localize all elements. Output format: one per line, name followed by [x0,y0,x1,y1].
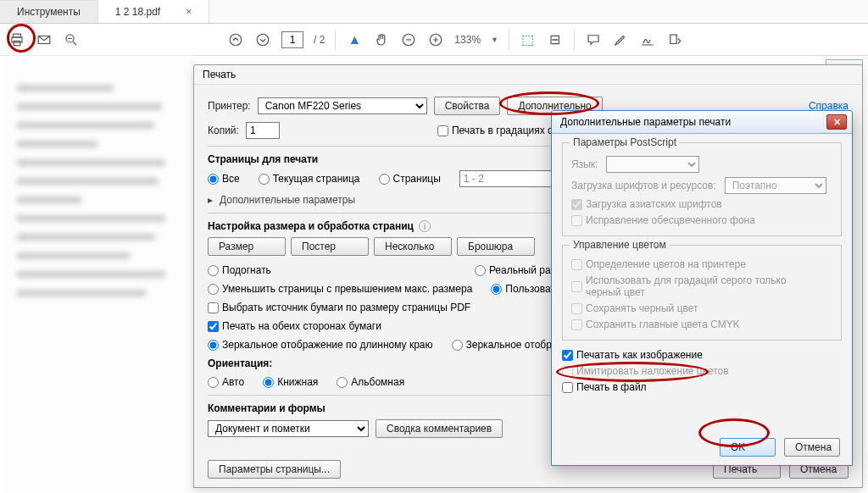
copies-label: Копий: [208,125,239,136]
highlight-icon[interactable] [612,31,629,48]
svg-rect-9 [670,35,677,44]
page-setup-button[interactable]: Параметры страницы... [208,460,341,479]
preserve-cmyk-checkbox: Сохранить главные цвета CMYK [571,319,740,330]
landscape-radio[interactable]: Альбомная [337,376,404,388]
auto-orient-radio[interactable]: Авто [208,376,244,388]
svg-point-6 [257,34,269,46]
zoom-plus-icon[interactable] [427,31,444,48]
discolored-bg-checkbox: Исправление обесцвеченного фона [571,214,755,226]
page-total: / 2 [314,34,325,46]
multiple-tab-button[interactable]: Несколько [374,237,452,256]
zoom-minus-icon[interactable] [400,31,417,48]
print-to-file-checkbox[interactable]: Печать в файл [562,381,647,393]
properties-button[interactable]: Свойства [434,97,501,115]
comment-icon[interactable] [585,31,602,48]
fit-page-icon[interactable]: ⊟ [547,31,564,48]
ps-fonts-select: Поэтапно [725,177,826,194]
fit-radio[interactable]: Подогнать [208,264,271,276]
paper-source-checkbox[interactable]: Выбрать источник бумаги по размеру стран… [208,302,470,313]
page-range-radio[interactable]: Страницы [379,173,441,185]
shrink-radio[interactable]: Уменьшить страницы с превышением макс. р… [208,283,472,295]
color-group-header: Управление цветом [570,239,670,251]
portrait-radio[interactable]: Книжная [263,376,318,388]
flip-long-radio[interactable]: Зеркальное отображение по длинному краю [208,339,433,351]
close-icon[interactable]: × [186,6,192,18]
chevron-down-icon[interactable]: ▼ [491,36,498,44]
svg-rect-2 [14,41,20,45]
mail-icon[interactable] [36,31,53,48]
ps-lang-label: Язык: [571,158,598,170]
tab-tools[interactable]: Инструменты [0,0,98,23]
page-up-icon[interactable] [227,31,244,48]
printer-colors-checkbox: Определение цветов на принтере [571,258,746,270]
comments-select[interactable]: Документ и пометки [208,420,369,437]
print-as-image-checkbox[interactable]: Печатать как изображение [562,349,703,361]
close-button[interactable]: ✕ [826,114,847,130]
advanced-dialog-title: Дополнительные параметры печати [560,116,731,128]
orientation-label: Ориентация: [208,357,272,369]
document-tabs: Инструменты 1 2 18.pdf× [0,0,868,24]
edit-icon[interactable] [666,31,683,48]
postscript-group-header: Параметры PostScript [570,136,680,148]
print-icon[interactable] [8,31,25,48]
sign-icon[interactable] [639,31,656,48]
print-dialog-title: Печать [203,69,236,80]
preserve-black-checkbox: Сохранять черный цвет [571,302,698,314]
advanced-cancel-button[interactable]: Отмена [784,438,840,457]
booklet-tab-button[interactable]: Брошюра [457,237,535,256]
main-toolbar: / 2 ▲ 133%▼ ⬚ ⊟ [0,24,868,56]
size-tab-button[interactable]: Размер [208,237,286,256]
current-page-radio[interactable]: Текущая страница [259,173,360,185]
printer-select[interactable]: Canon MF220 Series [258,97,427,114]
summary-button[interactable]: Сводка комментариев [376,419,503,438]
ps-fonts-label: Загрузка шрифтов и ресурсов: [571,180,716,191]
poster-tab-button[interactable]: Постер [291,237,369,256]
duplex-checkbox[interactable]: Печать на обеих сторонах бумаги [208,320,381,332]
advanced-ok-button[interactable]: OK [720,438,776,457]
sizing-section-header: Настройка размера и обработка страниц [208,220,414,232]
asian-fonts-checkbox: Загрузка азиатских шрифтов [571,198,722,210]
zoom-level[interactable]: 133% [454,34,481,46]
all-pages-radio[interactable]: Все [208,173,240,185]
fit-width-icon[interactable]: ⬚ [520,31,537,48]
printer-label: Принтер: [208,100,251,112]
pointer-icon[interactable]: ▲ [346,31,363,48]
copies-input[interactable] [246,122,280,139]
page-range-input[interactable] [459,170,561,187]
gray-black-checkbox: Использовать для градаций серого только … [571,274,821,298]
tab-file[interactable]: 1 2 18.pdf× [98,0,209,23]
simulate-overprint-checkbox: Имитировать наложение цветов [562,365,729,377]
info-icon[interactable]: i [419,220,431,232]
svg-point-5 [230,34,242,46]
advanced-print-dialog: Дополнительные параметры печати ✕ Параме… [551,110,853,466]
hand-icon[interactable] [373,31,390,48]
page-input[interactable] [281,31,303,48]
background-document [0,56,195,493]
zoom-out-icon[interactable] [63,31,80,48]
page-down-icon[interactable] [254,31,271,48]
ps-lang-select [606,156,699,173]
